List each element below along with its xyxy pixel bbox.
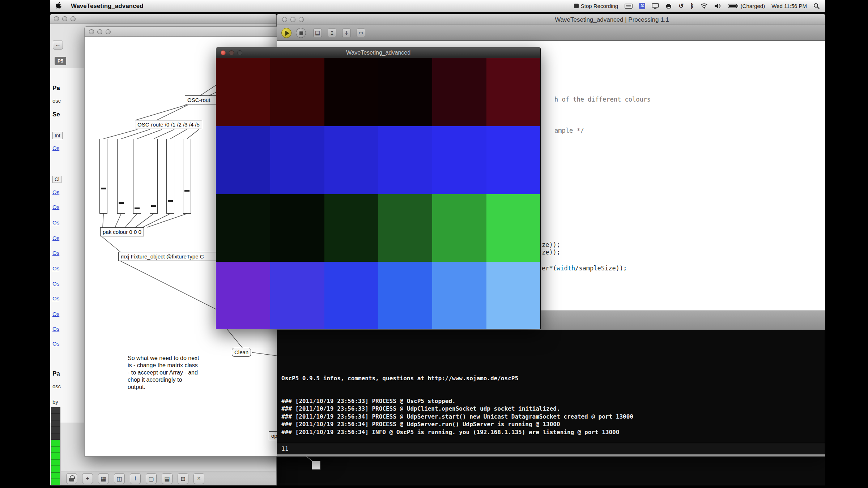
sidebar-item[interactable]: Os <box>52 250 59 256</box>
sketch-titlebar[interactable]: WaveTeseting_advanced <box>216 47 540 58</box>
close-button[interactable] <box>282 17 287 22</box>
matrix-icon[interactable]: ⊞ <box>178 473 188 484</box>
slider-handle[interactable] <box>184 190 190 192</box>
ide-resize-strip[interactable] <box>277 454 825 457</box>
plus-icon[interactable]: + <box>82 473 93 484</box>
mxj-fixture-object[interactable]: mxj Fixture_object @fixtureType C <box>118 252 224 261</box>
stop-button[interactable] <box>296 28 306 38</box>
sidebar-item[interactable]: Os <box>52 341 59 347</box>
slider-handle[interactable] <box>168 200 173 202</box>
save-sketch-icon[interactable]: ↧ <box>342 29 351 37</box>
zoom-button[interactable] <box>106 29 111 34</box>
sidebar-item[interactable]: by <box>52 399 58 405</box>
sidebar-item[interactable]: Os <box>52 326 59 332</box>
slider-6[interactable] <box>183 139 191 214</box>
zoom-button[interactable] <box>237 50 242 55</box>
zoom-button[interactable] <box>71 16 76 21</box>
lock-icon[interactable] <box>66 473 77 484</box>
slider-5[interactable] <box>166 139 174 214</box>
code-fragment: h of the different colours <box>554 96 651 103</box>
minimize-button[interactable] <box>97 29 102 34</box>
sidebar-item[interactable]: Os <box>52 295 59 301</box>
info-icon[interactable]: i <box>130 473 141 484</box>
close-button[interactable] <box>89 29 94 34</box>
battery-menu-item[interactable]: (Charged) <box>728 3 765 9</box>
slider-handle[interactable] <box>135 207 140 209</box>
minimize-button[interactable] <box>229 50 234 55</box>
osc-route-object-partial[interactable]: OSC-rout <box>185 95 217 104</box>
sidebar-item[interactable]: osc <box>52 98 61 104</box>
letterbox-bottom <box>0 485 868 488</box>
sidebar-item[interactable]: Cl <box>52 176 61 183</box>
sidebar-item[interactable]: Os <box>52 145 59 151</box>
grid-icon[interactable]: ▦ <box>98 473 109 484</box>
square-icon[interactable]: ▢ <box>146 473 157 484</box>
grid-cell <box>270 194 324 262</box>
sidebar-item[interactable]: osc <box>52 383 61 389</box>
time-machine-icon[interactable]: ↺ <box>678 3 684 9</box>
keyboard-menu-item[interactable] <box>625 4 633 9</box>
slider-handle[interactable] <box>101 188 106 189</box>
rows-icon[interactable]: ▤ <box>162 473 173 484</box>
apple-menu[interactable] <box>56 2 61 10</box>
sidebar-item[interactable]: Os <box>52 281 59 287</box>
grid-cell <box>486 194 540 262</box>
close-button[interactable] <box>54 16 59 21</box>
printer-menu-item[interactable] <box>665 4 672 9</box>
console-line: ### [2011/10/19 23:56:33] PROCESS @ UdpC… <box>281 405 560 412</box>
battery-icon <box>728 3 739 9</box>
active-app-name[interactable]: WaveTeseting_advanced <box>71 3 143 10</box>
menu-bar: WaveTeseting_advanced Stop Recording ⌘ <box>50 0 825 12</box>
slider-2[interactable] <box>117 139 125 214</box>
ide-lights <box>282 17 304 22</box>
slider-handle[interactable] <box>151 205 156 207</box>
zoom-button[interactable] <box>299 17 304 22</box>
stop-recording-label: Stop Recording <box>581 3 618 9</box>
slider-4[interactable] <box>150 139 158 214</box>
new-sketch-icon[interactable]: ▤ <box>313 29 322 37</box>
sketch-lights <box>221 50 242 55</box>
display-menu-item[interactable] <box>652 3 659 9</box>
ide-titlebar[interactable]: WaveTeseting_advanced | Processing 1.1 <box>277 14 825 25</box>
panel-icon[interactable]: ◫ <box>114 473 125 484</box>
sidebar-item[interactable]: Os <box>52 204 59 210</box>
clean-button[interactable]: Clean <box>232 348 251 357</box>
osc-route-object[interactable]: OSC-route /0 /1 /2 /3 /4 /5 <box>135 120 202 129</box>
stop-recording-menu-item[interactable]: Stop Recording <box>574 3 618 9</box>
grid-cell <box>216 126 270 194</box>
sidebar-item[interactable]: Pa <box>52 85 60 92</box>
sidebar-item[interactable]: Pa <box>52 370 60 377</box>
sidebar-item[interactable]: Os <box>52 219 59 226</box>
minimize-button[interactable] <box>62 16 67 21</box>
run-button[interactable] <box>281 28 292 38</box>
sidebar-item[interactable]: Int <box>52 132 63 139</box>
export-sketch-icon[interactable]: ↦ <box>357 29 365 37</box>
close-button[interactable] <box>221 50 226 55</box>
open-sketch-icon[interactable]: ↥ <box>328 29 336 37</box>
close-icon[interactable]: × <box>193 473 204 484</box>
slider-handle[interactable] <box>119 202 124 204</box>
wifi-menu-item[interactable] <box>701 3 708 9</box>
sketch-output-window[interactable]: WaveTeseting_advanced <box>216 47 541 329</box>
volume-menu-item[interactable] <box>714 3 721 9</box>
sidebar-item[interactable]: Os <box>52 265 59 271</box>
pak-colour-object[interactable]: pak colour 0 0 0 <box>100 227 144 236</box>
sidebar-item[interactable]: Se <box>52 111 60 118</box>
lock-glyph <box>69 478 74 481</box>
doc-window-titlebar[interactable] <box>50 14 276 23</box>
meter-segment <box>51 446 60 453</box>
back-button[interactable]: ← <box>53 40 63 50</box>
input-source-icon[interactable]: ⌘ <box>639 3 645 9</box>
slider-3[interactable] <box>133 139 141 214</box>
sidebar-item[interactable]: Os <box>52 311 59 317</box>
minimize-button[interactable] <box>290 17 295 22</box>
bluetooth-icon[interactable]: ᛒ <box>690 3 694 9</box>
menu-clock[interactable]: Wed 11:56 PM <box>771 3 807 9</box>
sidebar-item[interactable]: Os <box>52 189 59 195</box>
ide-toolbar: ▤↥↧↦ <box>277 25 825 41</box>
code-fragment: ample */ <box>554 127 584 134</box>
spotlight-menu-item[interactable] <box>813 3 820 9</box>
sidebar-item[interactable]: Os <box>52 235 59 241</box>
patch-object-fragment[interactable] <box>312 461 320 470</box>
slider-1[interactable] <box>99 139 107 214</box>
